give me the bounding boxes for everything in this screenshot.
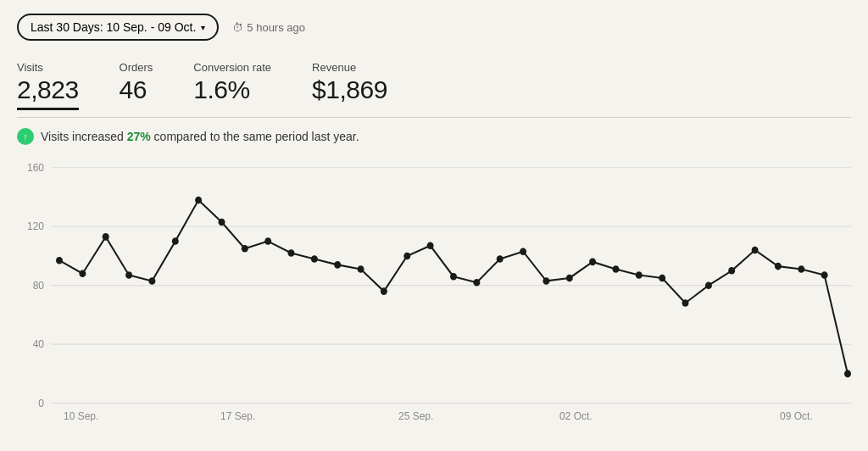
visits-value: 2,823 [17, 75, 79, 104]
trend-up-icon: ↑ [17, 128, 34, 145]
chart-dot [172, 237, 179, 245]
svg-text:80: 80 [33, 280, 44, 292]
chart-dot [79, 270, 86, 277]
chart-area: 0 40 80 120 160 10 Sep. 17 Sep. 25 Sep. … [17, 159, 851, 421]
svg-text:0: 0 [38, 398, 44, 409]
insight-bar: ↑ Visits increased 27% compared to the s… [17, 128, 851, 145]
insight-text-before: Visits increased [41, 130, 127, 143]
top-bar: Last 30 Days: 10 Sep. - 09 Oct. ▾ ⏱ 5 ho… [17, 14, 851, 41]
chart-dot [752, 247, 759, 254]
metric-revenue[interactable]: Revenue $1,869 [312, 61, 387, 110]
line-chart: 0 40 80 120 160 10 Sep. 17 Sep. 25 Sep. … [17, 159, 851, 421]
chart-dot [334, 261, 341, 269]
chart-dot [381, 287, 387, 295]
svg-text:17 Sep.: 17 Sep. [220, 410, 255, 421]
chart-dot [497, 255, 504, 263]
orders-value: 46 [120, 75, 153, 104]
svg-text:02 Oct.: 02 Oct. [559, 410, 593, 421]
chart-dot [242, 245, 248, 253]
insight-text: Visits increased 27% compared to the sam… [41, 130, 359, 143]
insight-percentage: 27% [127, 130, 151, 143]
chart-dot [542, 277, 549, 285]
chart-dot [682, 299, 689, 307]
chart-dot [613, 265, 620, 273]
chart-dot [450, 273, 457, 281]
chart-dot [821, 271, 828, 279]
svg-text:25 Sep.: 25 Sep. [398, 410, 433, 421]
chart-dot [520, 248, 526, 255]
conversion-value: 1.6% [193, 75, 271, 104]
last-updated-text: 5 hours ago [247, 21, 305, 34]
chart-dot [264, 237, 271, 245]
date-range-label: Last 30 Days: 10 Sep. - 09 Oct. [31, 20, 196, 34]
chart-dot [148, 277, 155, 285]
chart-dot [566, 275, 573, 282]
visits-label: Visits [17, 61, 79, 74]
clock-icon: ⏱ [232, 21, 243, 34]
chart-dot [798, 265, 804, 273]
metrics-divider [17, 117, 851, 118]
revenue-label: Revenue [312, 61, 387, 74]
chart-dot [403, 253, 410, 260]
chart-dot [659, 275, 665, 282]
svg-text:10 Sep.: 10 Sep. [64, 410, 98, 421]
chevron-down-icon: ▾ [201, 23, 205, 32]
svg-text:160: 160 [27, 162, 44, 174]
visits-underline [17, 108, 79, 110]
svg-text:09 Oct.: 09 Oct. [780, 410, 813, 421]
chart-dot [728, 267, 735, 275]
chart-dot [844, 370, 851, 378]
metric-orders[interactable]: Orders 46 [120, 61, 153, 110]
chart-dot [311, 255, 318, 263]
last-updated: ⏱ 5 hours ago [232, 21, 305, 34]
chart-dot [219, 219, 225, 226]
chart-dot [125, 271, 132, 279]
chart-dot [705, 281, 712, 289]
chart-dot [636, 271, 643, 279]
chart-dot [103, 233, 109, 241]
metrics-row: Visits 2,823 Orders 46 Conversion rate 1… [17, 61, 851, 110]
chart-dot [775, 263, 782, 270]
date-range-button[interactable]: Last 30 Days: 10 Sep. - 09 Oct. ▾ [17, 14, 219, 41]
chart-dot [427, 242, 434, 249]
chart-dot [288, 249, 295, 257]
insight-text-after: compared to the same period last year. [151, 130, 359, 143]
chart-dot [195, 197, 202, 204]
chart-dot [589, 259, 596, 266]
orders-label: Orders [120, 61, 153, 74]
chart-dot [358, 265, 364, 273]
conversion-label: Conversion rate [193, 61, 271, 74]
metric-visits[interactable]: Visits 2,823 [17, 61, 79, 110]
metric-conversion[interactable]: Conversion rate 1.6% [193, 61, 271, 110]
chart-dot [56, 257, 63, 264]
chart-dot [473, 279, 480, 287]
svg-text:120: 120 [27, 220, 44, 232]
revenue-value: $1,869 [312, 75, 387, 104]
svg-text:40: 40 [33, 338, 44, 350]
